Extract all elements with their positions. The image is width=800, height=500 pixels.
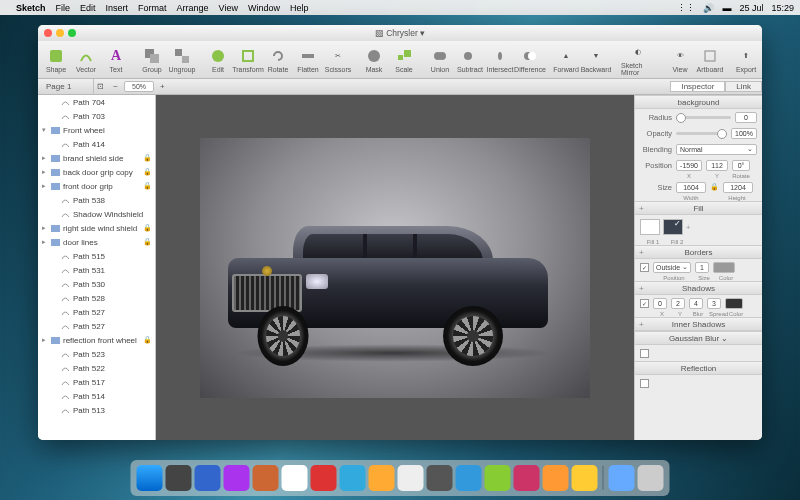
dock-app-icon[interactable] [398,465,424,491]
union-button[interactable]: Union [426,46,454,74]
shadow-x-field[interactable]: 0 [653,298,667,309]
lock-icon[interactable]: 🔒 [143,182,152,190]
layer-item[interactable]: ▸back door grip copy🔒 [38,165,155,179]
mask-button[interactable]: Mask [360,46,388,74]
border-color-swatch[interactable] [713,262,735,273]
menu-format[interactable]: Format [138,3,167,13]
pos-x-field[interactable]: -1590 [676,160,702,171]
lock-icon[interactable]: 🔒 [143,224,152,232]
zoom-fit-icon[interactable]: ⊡ [94,82,107,91]
add-fill-icon[interactable]: + [686,223,690,232]
dock-app-icon[interactable] [456,465,482,491]
disclosure-icon[interactable]: ▸ [42,224,48,232]
opacity-slider[interactable] [676,132,727,135]
dock-folder-icon[interactable] [609,465,635,491]
disclosure-icon[interactable]: ▸ [42,154,48,162]
artboard-background[interactable] [200,138,590,398]
close-button[interactable] [44,29,52,37]
canvas[interactable] [156,95,634,440]
blending-select[interactable]: Normal⌄ [676,144,757,155]
disclosure-icon[interactable]: ▾ [42,126,48,134]
radius-field[interactable]: 0 [735,112,757,123]
dock-app-icon[interactable] [340,465,366,491]
dock-finder-icon[interactable] [137,465,163,491]
difference-button[interactable]: Difference [516,46,544,74]
shadow-blur-field[interactable]: 4 [689,298,703,309]
subtract-button[interactable]: Subtract [456,46,484,74]
menu-insert[interactable]: Insert [106,3,129,13]
disclosure-icon[interactable]: ▸ [42,182,48,190]
shadow-y-field[interactable]: 2 [671,298,685,309]
lock-icon[interactable]: 🔒 [143,154,152,162]
layer-item[interactable]: Path 528 [38,291,155,305]
border-size-field[interactable]: 1 [695,262,709,273]
rotate-field[interactable]: 0° [732,160,750,171]
car-artwork[interactable] [218,218,558,358]
artboard-button[interactable]: Artboard [696,46,724,74]
scale-button[interactable]: Scale [390,46,418,74]
rotate-button[interactable]: Rotate [264,46,292,74]
section-gaussian-blur[interactable]: Gaussian Blur ⌄ [635,331,762,345]
dock-app-icon[interactable] [195,465,221,491]
tab-inspector[interactable]: Inspector [670,81,725,92]
dock-app-icon[interactable] [514,465,540,491]
layer-item[interactable]: Path 530 [38,277,155,291]
layer-item[interactable]: Shadow Windshield [38,207,155,221]
lock-icon[interactable]: 🔒 [143,336,152,344]
menu-arrange[interactable]: Arrange [177,3,209,13]
edit-button[interactable]: Edit [204,46,232,74]
add-border-button[interactable]: + [639,248,644,257]
layer-item[interactable]: Path 522 [38,361,155,375]
lock-icon[interactable]: 🔒 [143,238,152,246]
menubar-time[interactable]: 15:29 [771,3,794,13]
zoom-value[interactable]: 50% [124,81,154,92]
shape-button[interactable]: Shape [42,46,70,74]
fill-2-swatch[interactable]: ✓ [663,219,683,235]
layer-item[interactable]: ▸reflection front wheel🔒 [38,333,155,347]
menu-file[interactable]: File [56,3,71,13]
dock[interactable] [131,460,670,496]
disclosure-icon[interactable]: ▸ [42,168,48,176]
fill-1-swatch[interactable] [640,219,660,235]
blur-enable-checkbox[interactable] [640,349,649,358]
scissors-button[interactable]: ✂Scissors [324,46,352,74]
layer-item[interactable]: Path 414 [38,137,155,151]
intersect-button[interactable]: Intersect [486,46,514,74]
zoom-out-button[interactable]: − [110,82,121,91]
layers-sidebar[interactable]: Path 704Path 703▾Front wheelPath 414▸bra… [38,95,156,440]
layer-item[interactable]: ▸front door grip🔒 [38,179,155,193]
volume-icon[interactable]: 🔊 [703,3,714,13]
wifi-icon[interactable]: ⋮⋮ [677,3,695,13]
forward-button[interactable]: ▲Forward [552,46,580,74]
export-button[interactable]: ⬆Export [732,46,760,74]
zoom-in-button[interactable]: + [157,82,168,91]
app-menu[interactable]: Sketch [16,3,46,13]
border-position-select[interactable]: Outside⌄ [653,262,691,273]
menu-help[interactable]: Help [290,3,309,13]
layer-item[interactable]: Path 538 [38,193,155,207]
disclosure-icon[interactable]: ▸ [42,238,48,246]
opacity-field[interactable]: 100% [731,128,757,139]
width-field[interactable]: 1604 [676,182,706,193]
menu-window[interactable]: Window [248,3,280,13]
group-button[interactable]: Group [138,46,166,74]
section-inner-shadows[interactable]: +Inner Shadows [635,317,762,331]
dock-app-icon[interactable] [311,465,337,491]
radius-slider[interactable] [676,116,731,119]
dock-app-icon[interactable] [427,465,453,491]
reflection-enable-checkbox[interactable] [640,379,649,388]
layer-item[interactable]: Path 514 [38,389,155,403]
layer-item[interactable]: Path 531 [38,263,155,277]
backward-button[interactable]: ▼Backward [582,46,610,74]
dock-trash-icon[interactable] [638,465,664,491]
height-field[interactable]: 1204 [723,182,753,193]
ungroup-button[interactable]: Ungroup [168,46,196,74]
dock-app-icon[interactable] [253,465,279,491]
layer-item[interactable]: Path 527 [38,319,155,333]
menubar-date[interactable]: 25 Jul [739,3,763,13]
dock-app-icon[interactable] [282,465,308,491]
mirror-button[interactable]: ◐Sketch Mirror [618,42,658,77]
title-dropdown-icon[interactable]: ▾ [420,28,425,38]
layer-item[interactable]: Path 527 [38,305,155,319]
add-shadow-button[interactable]: + [639,284,644,293]
